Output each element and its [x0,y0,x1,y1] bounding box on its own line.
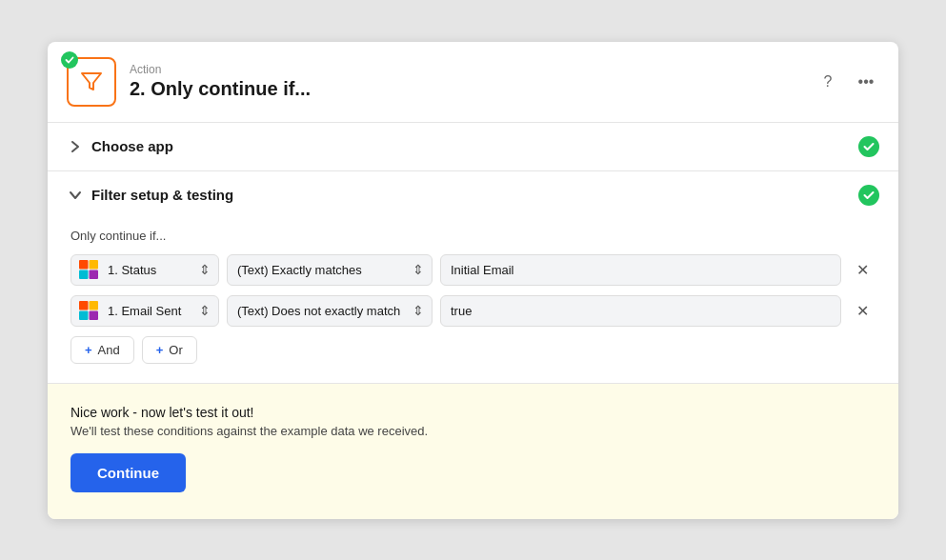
filter-section: Filter setup & testing Only continue if.… [48,171,898,384]
field-icon-2 [71,301,104,320]
or-label: Or [169,343,182,357]
svg-rect-7 [90,311,99,321]
header-actions: ? ••• [815,69,879,95]
field-select-1[interactable]: 1. Status 1. Email Sent [104,255,218,285]
bottom-section: Nice work - now let's test it out! We'll… [48,384,898,519]
header: Action 2. Only continue if... ? ••• [48,42,898,123]
condition-select-1-wrap: (Text) Exactly matches (Text) Does not e… [227,254,433,286]
main-card: Action 2. Only continue if... ? ••• Choo… [48,42,898,519]
value-input-2[interactable] [440,295,841,327]
continue-button[interactable]: Continue [70,453,186,492]
choose-app-title: Choose app [91,138,858,154]
choose-app-section: Choose app [48,123,898,171]
remove-row-1-button[interactable]: ✕ [849,256,876,283]
field-select-1-wrap: 1. Status 1. Email Sent ⇕ [70,254,219,286]
bottom-text-1: Nice work - now let's test it out! [70,405,876,420]
condition-select-2[interactable]: (Text) Does not exactly match (Text) Exa… [228,296,432,326]
header-text: Action 2. Only continue if... [130,63,801,100]
only-continue-label: Only continue if... [70,229,876,243]
zapier-icon-2 [79,301,98,320]
action-icon-wrap [67,57,116,107]
help-button[interactable]: ? [815,69,841,95]
filter-section-title: Filter setup & testing [91,187,858,203]
condition-select-2-wrap: (Text) Does not exactly match (Text) Exa… [227,295,433,327]
chevron-down-icon [67,187,84,204]
filter-row-1: 1. Status 1. Email Sent ⇕ (Text) Exactly… [70,254,876,286]
choose-app-header[interactable]: Choose app [48,123,898,170]
more-button[interactable]: ••• [853,69,879,95]
header-title: 2. Only continue if... [130,78,801,100]
filter-body: Only continue if... 1. Status [48,219,898,383]
svg-rect-5 [90,301,99,310]
filter-row-2: 1. Email Sent 1. Status ⇕ (Text) Does no… [70,295,876,327]
field-select-2-wrap: 1. Email Sent 1. Status ⇕ [70,295,219,327]
check-badge [61,51,78,69]
svg-rect-4 [79,301,89,310]
or-plus: + [156,343,164,357]
field-select-2[interactable]: 1. Email Sent 1. Status [104,296,218,326]
and-button[interactable]: + And [70,336,134,364]
condition-select-1[interactable]: (Text) Exactly matches (Text) Does not e… [228,255,432,285]
and-label: And [98,343,120,357]
chevron-right-icon [67,138,84,155]
bottom-text-2: We'll test these conditions against the … [70,424,876,438]
and-plus: + [85,343,92,357]
zapier-icon-1 [79,260,98,279]
value-input-1[interactable] [440,254,841,286]
choose-app-check [858,136,879,157]
action-label: Action [130,63,801,76]
filter-section-check [858,185,879,206]
svg-rect-3 [90,270,99,280]
svg-rect-0 [79,260,89,270]
field-icon-1 [71,260,104,279]
remove-row-2-button[interactable]: ✕ [849,297,876,324]
svg-rect-2 [79,270,89,280]
filter-section-header[interactable]: Filter setup & testing [48,171,898,219]
funnel-icon [79,70,104,94]
logic-buttons: + And + Or [70,336,876,364]
or-button[interactable]: + Or [142,336,197,364]
svg-rect-1 [90,260,99,270]
svg-rect-6 [79,311,89,321]
